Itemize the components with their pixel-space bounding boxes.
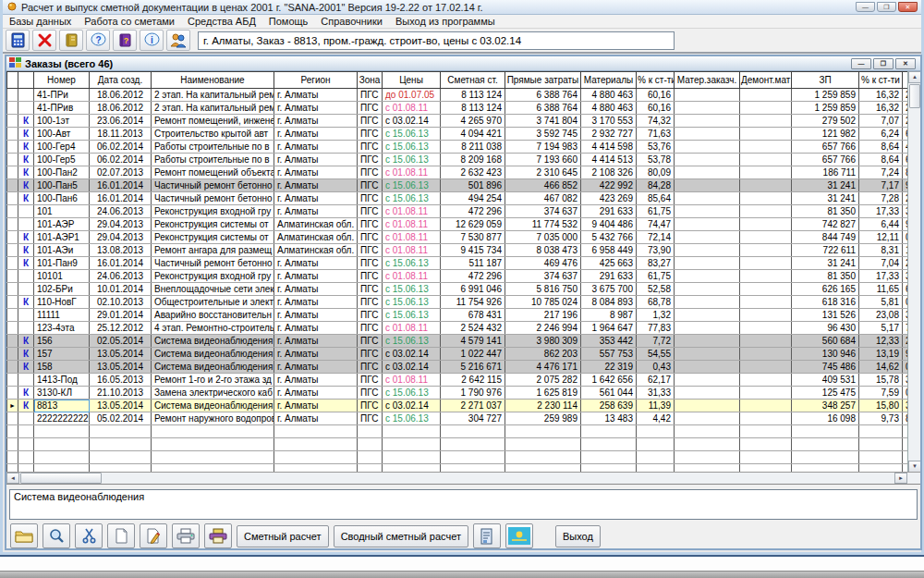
cell[interactable]: 409 531 [792,374,859,387]
cell[interactable]: 626 165 [792,283,859,296]
table-row[interactable]: К15602.05.2014Система видеонаблюденияг. … [7,335,910,348]
current-row-marker[interactable] [7,231,18,244]
cell[interactable]: 41-ПРив [34,102,90,115]
cell[interactable]: 0,43 [637,361,675,374]
cell[interactable]: 560 684 [792,335,859,348]
cell[interactable]: 68,78 [637,296,675,309]
cell[interactable]: 7,17 [859,179,903,192]
cell[interactable]: г. Алматы [274,412,358,425]
cell[interactable]: с 15.06.13 [383,387,441,400]
cell[interactable]: ПГС [358,128,383,141]
cell[interactable]: 13.08.2013 [90,244,152,257]
cell[interactable]: ПГС [358,412,383,425]
cell[interactable]: 101 [34,205,90,218]
cell[interactable] [18,102,34,115]
cell[interactable]: 101-Пан9 [34,257,90,270]
column-header[interactable]: Дата созд. [90,72,152,89]
cell[interactable]: ПГС [358,218,383,231]
cell[interactable]: 8 113 124 [441,89,505,102]
current-row-marker[interactable] [7,348,18,361]
cell[interactable]: с 03.02.14 [383,361,441,374]
current-row-marker[interactable] [7,218,18,231]
cell[interactable]: г. Алматы [274,283,358,296]
cell[interactable]: 6 958 449 [581,244,637,257]
cell[interactable] [675,400,740,412]
table-row[interactable]: К101-АЭР129.04.2013Реконструкция системы… [7,231,910,244]
cell[interactable]: с 15.06.13 [383,283,441,296]
table-row[interactable]: К15813.05.2014Система видеонаблюденияг. … [7,361,910,374]
column-header[interactable]: Материалы [581,72,637,89]
cell[interactable]: 96 430 [792,322,859,335]
cell[interactable]: ПГС [358,374,383,387]
cell[interactable]: 100-1эт [34,115,90,128]
cell[interactable] [740,283,792,296]
cut-icon[interactable] [75,523,103,548]
cell[interactable]: 742 827 [792,218,859,231]
cell[interactable]: Частичный ремонт бетонно [152,257,274,270]
cell[interactable]: 61,75 [637,270,675,283]
current-row-marker[interactable] [7,115,18,128]
cell[interactable]: 494 254 [441,192,505,205]
cell[interactable] [675,192,740,205]
cell[interactable]: 60,16 [637,102,675,115]
cell[interactable]: 13,19 [859,348,903,361]
cell[interactable] [675,89,740,102]
cell[interactable]: 4 880 463 [581,89,637,102]
cell[interactable]: 17,33 [859,270,903,283]
exit-button[interactable]: Выход [555,525,601,547]
table-row[interactable]: К101-Пан916.01.2014Частичный ремонт бето… [7,257,910,270]
cell[interactable]: до 01.07.05 [383,89,441,102]
cell[interactable]: 3 592 745 [505,128,581,141]
current-row-marker[interactable] [7,270,18,283]
cell[interactable] [675,387,740,400]
cell[interactable]: 100-Гер5 [34,154,90,166]
cell[interactable]: 5 216 671 [441,361,505,374]
cell[interactable]: 157 [34,348,90,361]
cell[interactable] [740,309,792,322]
cell[interactable]: 72,14 [637,231,675,244]
menu-item-2[interactable]: Работа со сметами [78,15,181,29]
current-row-marker[interactable] [7,154,18,166]
cell[interactable]: Алматинская обл. [274,218,358,231]
cell[interactable]: 12,33 [859,335,903,348]
cell[interactable]: 557 753 [581,348,637,361]
cell[interactable]: 279 502 [792,115,859,128]
info-icon[interactable]: i [140,30,164,51]
cell[interactable]: 2 932 727 [581,128,637,141]
table-row[interactable]: К101-АЭи13.08.2013Ремонт ангара для разм… [7,244,910,257]
cell[interactable]: 06.02.2014 [90,154,152,166]
cell[interactable]: Реконструкция входной гру [152,270,274,283]
column-header-blank[interactable] [18,72,34,89]
print-icon[interactable] [172,523,200,548]
cell[interactable]: 467 082 [505,192,581,205]
cell[interactable]: 16.01.2014 [90,257,152,270]
cell[interactable]: г. Алматы [274,257,358,270]
cell[interactable]: 618 316 [792,296,859,309]
orders-minimize-button[interactable]: — [851,58,871,69]
vertical-scrollbar[interactable]: ▲ ▼ [907,71,920,473]
cell[interactable]: К [18,154,34,166]
cell[interactable]: 24.06.2013 [90,270,152,283]
cell[interactable]: 06.02.2014 [90,141,152,154]
table-row[interactable]: К100-Пан516.01.2014Частичный ремонт бето… [7,179,910,192]
cell[interactable]: 5,81 [859,296,903,309]
cell[interactable]: 3 675 700 [581,283,637,296]
table-row[interactable]: 41-ПРив18.06.20122 этап. На капитальный … [7,102,910,115]
cell[interactable]: 31 241 [792,179,859,192]
cell[interactable]: 16.01.2014 [90,179,152,192]
cell[interactable]: 02.05.2014 [90,335,152,348]
cell[interactable] [675,231,740,244]
cell[interactable] [675,309,740,322]
table-row[interactable]: 101-АЭР29.04.2013Реконструкция системы о… [7,218,910,231]
cell[interactable]: К [18,192,34,205]
cell[interactable]: 11 754 926 [441,296,505,309]
cell[interactable]: ПГС [358,361,383,374]
cell[interactable]: 16,32 [859,89,903,102]
cell[interactable]: 11,39 [637,400,675,412]
cell[interactable]: 81 350 [792,270,859,283]
cell[interactable]: К [18,231,34,244]
cell[interactable]: 71,63 [637,128,675,141]
cell[interactable]: 10.01.2014 [90,283,152,296]
cell[interactable]: К [18,257,34,270]
cell[interactable]: 1 022 447 [441,348,505,361]
